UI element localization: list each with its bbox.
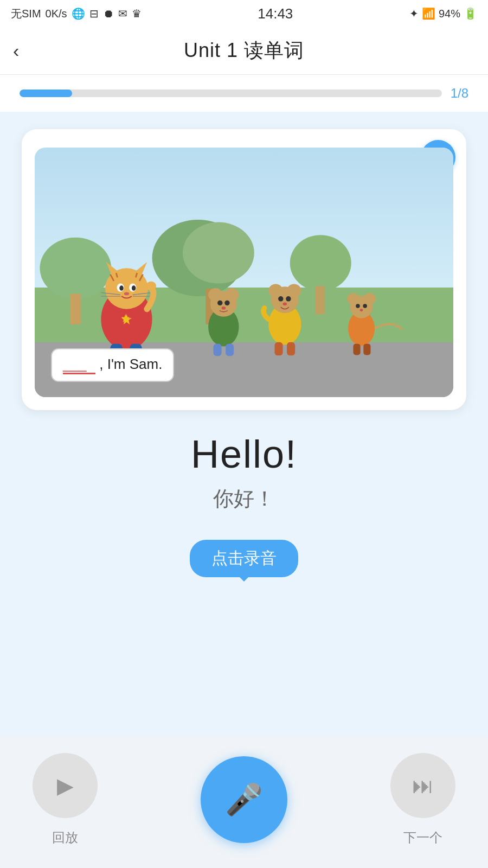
word-section: Hello! 你好！	[180, 410, 308, 518]
word-english: Hello!	[191, 432, 297, 476]
svg-point-49	[347, 293, 359, 304]
status-right: ✦ 📶 94% 🔋	[409, 7, 477, 20]
bluetooth-icon: ✦	[409, 7, 419, 20]
svg-rect-36	[214, 344, 222, 356]
record-icon: ⏺	[103, 8, 114, 20]
svg-point-40	[268, 284, 282, 297]
next-label: 下一个	[403, 829, 442, 846]
characters-scene: ★	[35, 213, 453, 365]
svg-point-3	[183, 222, 254, 284]
svg-point-34	[224, 301, 229, 305]
crown-icon: ♛	[132, 7, 142, 20]
svg-point-53	[360, 309, 363, 311]
svg-marker-16	[134, 262, 147, 275]
speed-label: 0K/s	[46, 8, 67, 20]
svg-point-21	[124, 292, 129, 296]
page-title: Unit 1 读单词	[184, 37, 304, 64]
mic-icon: 🎤	[225, 782, 263, 818]
sim-icon: ⊟	[89, 7, 99, 20]
svg-rect-54	[353, 344, 360, 355]
svg-point-50	[363, 293, 376, 304]
next-icon: ⏭	[412, 774, 434, 798]
back-button[interactable]: ‹	[13, 40, 19, 61]
wifi-icon: 📶	[422, 7, 435, 20]
svg-point-32	[224, 288, 239, 301]
status-bar: 无SIM 0K/s 🌐 ⊟ ⏺ ✉ ♛ 14:43 ✦ 📶 94% 🔋	[0, 0, 488, 27]
content-area: 🔊	[0, 112, 488, 737]
svg-point-52	[363, 304, 367, 308]
svg-rect-45	[274, 342, 282, 355]
svg-rect-46	[287, 342, 295, 355]
svg-point-28	[146, 282, 156, 291]
tooltip-wrap: 点击录音	[190, 518, 298, 583]
mic-button[interactable]: 🎤	[201, 756, 287, 843]
speech-blank: ___	[63, 356, 95, 374]
svg-text:★: ★	[120, 312, 131, 324]
svg-point-33	[217, 301, 222, 305]
svg-point-41	[287, 284, 301, 297]
speech-bubble: ___ , I'm Sam.	[51, 348, 174, 382]
svg-point-20	[132, 285, 136, 290]
progress-bar	[20, 90, 442, 97]
svg-rect-55	[363, 344, 370, 355]
status-left: 无SIM 0K/s 🌐 ⊟ ⏺ ✉ ♛	[11, 7, 142, 21]
svg-rect-6	[316, 286, 325, 314]
battery-icon: 🔋	[464, 7, 477, 20]
svg-point-44	[283, 302, 287, 305]
playback-button[interactable]: ▶	[33, 753, 98, 818]
battery-label: 94%	[439, 8, 460, 20]
svg-point-18	[119, 285, 124, 290]
record-tooltip: 点击录音	[190, 540, 298, 577]
progress-fill	[20, 90, 72, 97]
speech-text: , I'm Sam.	[99, 356, 162, 372]
word-chinese: 你好！	[191, 485, 297, 513]
main-card: 🔊	[22, 129, 466, 410]
network-icon: 🌐	[72, 7, 85, 20]
mail-icon: ✉	[118, 7, 127, 20]
illustration: ★	[35, 148, 453, 397]
svg-point-42	[278, 296, 283, 301]
carrier-label: 无SIM	[11, 7, 41, 21]
svg-rect-1	[70, 293, 81, 324]
svg-point-51	[356, 304, 360, 308]
svg-point-43	[286, 296, 291, 301]
next-button[interactable]: ⏭	[390, 753, 455, 818]
playback-icon: ▶	[57, 773, 74, 798]
progress-label: 1/8	[451, 86, 468, 101]
svg-point-0	[40, 238, 111, 299]
svg-rect-37	[226, 344, 234, 356]
svg-point-35	[222, 307, 226, 310]
status-time: 14:43	[258, 5, 293, 22]
nav-bar: ‹ Unit 1 读单词	[0, 27, 488, 75]
playback-label: 回放	[52, 829, 78, 846]
bottom-controls: ▶ 回放 🎤 ⏭ 下一个	[0, 737, 488, 868]
svg-point-5	[290, 235, 351, 291]
progress-section: 1/8	[0, 75, 488, 112]
svg-point-10	[105, 268, 148, 309]
svg-point-31	[208, 288, 222, 301]
